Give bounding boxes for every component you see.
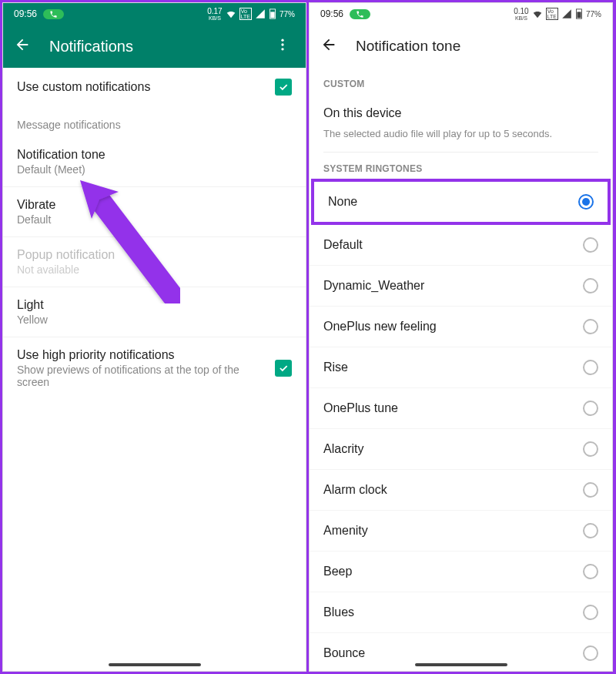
- radio-icon[interactable]: [583, 482, 598, 498]
- section-ringtones: SYSTEM RINGTONES: [310, 153, 612, 179]
- setting-primary: Notification tone: [17, 148, 105, 162]
- custom-secondary: The selected audio file will play for up…: [323, 128, 598, 139]
- svg-point-3: [281, 43, 283, 45]
- section-message-notifications: Message notifications: [3, 106, 306, 137]
- ringtone-row-oneplus-tune[interactable]: OnePlus tune: [310, 388, 612, 429]
- call-pill-icon: [350, 9, 370, 19]
- volte-icon: VoLTE: [546, 8, 558, 20]
- status-battery: 77%: [586, 10, 601, 18]
- radio-icon[interactable]: [583, 605, 598, 620]
- highlight-selected: None: [311, 179, 611, 225]
- use-custom-checkbox[interactable]: [275, 79, 292, 96]
- ringtone-label: None: [328, 195, 357, 209]
- ringtone-row-dynamic_weather[interactable]: Dynamic_Weather: [310, 266, 612, 307]
- radio-icon[interactable]: [583, 319, 598, 334]
- ringtone-row-alacrity[interactable]: Alacrity: [310, 429, 612, 470]
- status-time: 09:56: [320, 8, 343, 19]
- svg-rect-1: [270, 12, 274, 18]
- setting-secondary: Not available: [17, 263, 115, 276]
- app-bar: Notifications: [3, 25, 306, 68]
- app-bar: Notification tone: [310, 25, 612, 68]
- ringtone-label: Alacrity: [323, 442, 363, 456]
- page-title: Notifications: [49, 38, 270, 55]
- ringtone-row-blues[interactable]: Blues: [310, 592, 612, 633]
- svg-point-4: [281, 48, 283, 50]
- status-time: 09:56: [14, 8, 37, 19]
- setting-primary: Popup notification: [17, 248, 115, 262]
- back-icon[interactable]: [14, 36, 31, 56]
- setting-primary: Light: [17, 298, 48, 312]
- more-icon[interactable]: [270, 37, 295, 55]
- ringtone-row-default[interactable]: Default: [310, 225, 612, 266]
- ringtone-label: Default: [323, 238, 363, 252]
- ringtone-label: OnePlus tune: [323, 401, 398, 415]
- high-priority-row[interactable]: Use high priority notifications Show pre…: [3, 337, 306, 399]
- ringtone-label: Blues: [323, 605, 354, 619]
- status-bar: 09:56 0.10KB/S VoLTE 77%: [310, 3, 612, 25]
- ringtone-label: Bounce: [323, 646, 365, 660]
- svg-point-2: [281, 39, 283, 42]
- on-this-device-row[interactable]: On this device The selected audio file w…: [310, 94, 612, 152]
- ringtone-label: Alarm clock: [323, 483, 387, 497]
- ringtone-label: Amenity: [323, 524, 368, 538]
- radio-icon[interactable]: [583, 278, 598, 293]
- setting-primary: Vibrate: [17, 198, 55, 212]
- hpn-sub: Show previews of notifications at the to…: [17, 364, 248, 388]
- svg-rect-6: [577, 12, 581, 18]
- status-kbs-unit: KB/S: [515, 15, 527, 21]
- setting-row-light[interactable]: LightYellow: [3, 287, 306, 337]
- back-icon[interactable]: [320, 36, 337, 56]
- use-custom-label: Use custom notifications: [17, 80, 150, 94]
- ringtone-row-amenity[interactable]: Amenity: [310, 511, 612, 552]
- status-kbs: 0.17: [207, 8, 222, 15]
- setting-secondary: Default: [17, 213, 55, 226]
- radio-icon[interactable]: [583, 360, 598, 375]
- setting-secondary: Default (Meet): [17, 163, 105, 176]
- ringtone-label: Dynamic_Weather: [323, 279, 424, 293]
- nav-bar[interactable]: [415, 663, 507, 666]
- ringtone-row-rise[interactable]: Rise: [310, 347, 612, 388]
- setting-row-notification-tone[interactable]: Notification toneDefault (Meet): [3, 137, 306, 187]
- setting-row-vibrate[interactable]: VibrateDefault: [3, 187, 306, 237]
- nav-bar[interactable]: [109, 663, 201, 666]
- ringtone-row-none[interactable]: None: [314, 182, 608, 222]
- radio-icon[interactable]: [583, 645, 598, 661]
- ringtone-label: Beep: [323, 565, 352, 578]
- radio-icon[interactable]: [583, 401, 598, 416]
- battery-icon: [575, 8, 583, 19]
- wifi-icon: [226, 8, 236, 19]
- ringtone-label: Rise: [323, 360, 348, 374]
- use-custom-notifications-row[interactable]: Use custom notifications: [3, 68, 306, 106]
- signal-icon: [561, 8, 572, 19]
- ringtone-row-alarm-clock[interactable]: Alarm clock: [310, 470, 612, 511]
- ringtone-label: OnePlus new feeling: [323, 320, 437, 334]
- radio-icon[interactable]: [578, 194, 594, 210]
- status-bar: 09:56 0.17KB/S VoLTE 77%: [3, 3, 306, 25]
- radio-icon[interactable]: [583, 441, 598, 457]
- setting-row-popup-notification: Popup notificationNot available: [3, 237, 306, 287]
- screen-notification-tone: 09:56 0.10KB/S VoLTE 77% Notification to…: [309, 2, 613, 672]
- volte-icon: VoLTE: [239, 8, 252, 20]
- battery-icon: [269, 8, 276, 19]
- page-title: Notification tone: [356, 38, 460, 55]
- ringtone-row-beep[interactable]: Beep: [310, 552, 612, 592]
- section-custom: CUSTOM: [310, 68, 612, 94]
- radio-icon[interactable]: [583, 523, 598, 538]
- wifi-icon: [532, 8, 543, 19]
- status-battery: 77%: [280, 10, 295, 18]
- hpn-label: Use high priority notifications: [17, 348, 248, 362]
- status-kbs: 0.10: [514, 8, 528, 15]
- screen-notifications: 09:56 0.17KB/S VoLTE 77% Notifications: [2, 2, 306, 672]
- radio-icon[interactable]: [583, 237, 598, 253]
- custom-primary: On this device: [323, 106, 598, 120]
- hpn-checkbox[interactable]: [275, 360, 292, 377]
- status-kbs-unit: KB/S: [209, 15, 221, 21]
- signal-icon: [255, 8, 266, 19]
- setting-secondary: Yellow: [17, 314, 48, 326]
- ringtone-row-oneplus-new-feeling[interactable]: OnePlus new feeling: [310, 307, 612, 347]
- radio-icon[interactable]: [583, 564, 598, 579]
- call-pill-icon: [43, 9, 64, 19]
